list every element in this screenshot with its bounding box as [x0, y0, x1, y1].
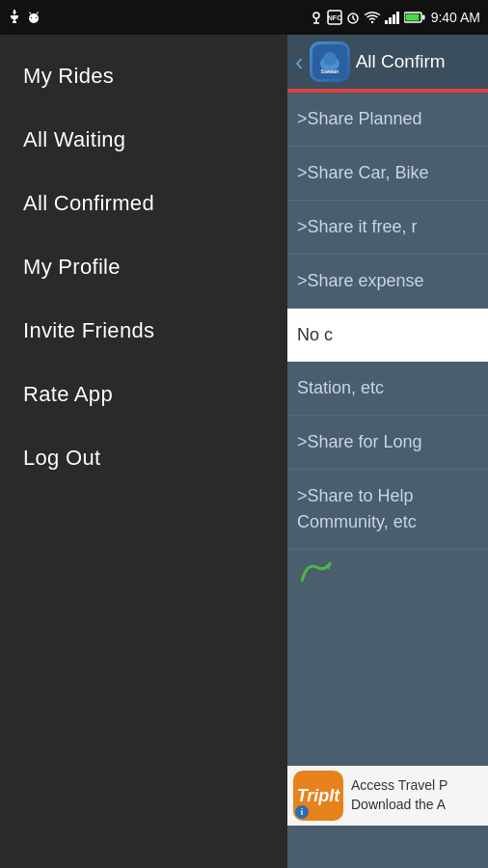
signal-icon — [385, 11, 400, 24]
battery-icon — [404, 12, 425, 23]
tripit-ad-icon: TripIt i — [293, 771, 343, 821]
svg-rect-18 — [422, 15, 425, 20]
svg-text:NFC: NFC — [327, 14, 340, 21]
svg-point-0 — [29, 14, 39, 23]
share-icon-partial — [297, 557, 336, 586]
slide-8: >Share to Help Community, etc — [287, 470, 488, 550]
android-icon — [27, 10, 41, 25]
status-bar: NFC 9:40 AM — [0, 0, 488, 35]
sidebar-item-all-waiting[interactable]: All Waiting — [0, 108, 287, 172]
svg-rect-14 — [389, 17, 392, 24]
tripit-icon-text: TripIt — [297, 786, 340, 806]
svg-line-12 — [353, 18, 355, 20]
sidebar-item-rate-app[interactable]: Rate App — [0, 363, 287, 426]
slide-5-text: No c — [297, 325, 333, 344]
time-display: 9:40 AM — [431, 10, 480, 25]
usb-icon — [8, 10, 21, 25]
ad-info-icon: i — [295, 805, 309, 819]
slide-6: Station, etc — [287, 362, 488, 416]
right-panel: ‹ Sawaari All Confirm >Share Planned — [287, 35, 488, 868]
right-panel-header: ‹ Sawaari All Confirm — [287, 35, 488, 89]
slide-5-white: No c — [287, 309, 488, 362]
status-left-icons — [8, 10, 41, 25]
svg-point-2 — [36, 17, 37, 18]
main-content: My Rides All Waiting All Confirmed My Pr… — [0, 35, 488, 868]
sidebar-item-my-rides[interactable]: My Rides — [0, 44, 287, 108]
wifi-icon — [364, 11, 381, 24]
svg-rect-15 — [393, 14, 395, 24]
alarm-icon — [346, 10, 360, 25]
ad-text-block: Access Travel P Download the A — [351, 776, 447, 814]
sidebar: My Rides All Waiting All Confirmed My Pr… — [0, 35, 287, 868]
svg-text:Sawaari: Sawaari — [320, 68, 339, 74]
svg-line-4 — [37, 13, 39, 14]
sidebar-item-invite-friends[interactable]: Invite Friends — [0, 299, 287, 363]
svg-rect-19 — [405, 14, 419, 21]
sidebar-item-log-out[interactable]: Log Out — [0, 426, 287, 490]
ad-banner[interactable]: TripIt i Access Travel P Download the A — [287, 766, 488, 826]
right-panel-title: All Confirm — [356, 51, 446, 72]
slide-4: >Share expense — [287, 255, 488, 309]
svg-point-22 — [323, 52, 337, 66]
svg-rect-13 — [385, 20, 388, 24]
sidebar-item-my-profile[interactable]: My Profile — [0, 235, 287, 299]
app-icon: Sawaari — [310, 41, 350, 82]
location-icon — [310, 10, 323, 25]
nfc-icon: NFC — [327, 10, 342, 25]
slide-1: >Share Planned — [287, 93, 488, 147]
slide-content: >Share Planned >Share Car, Bike >Share i… — [287, 89, 488, 868]
slide-7: >Share for Long — [287, 416, 488, 470]
svg-point-5 — [313, 13, 319, 18]
back-button[interactable]: ‹ — [295, 47, 304, 77]
svg-point-1 — [31, 17, 32, 18]
svg-rect-16 — [396, 12, 399, 24]
status-right-icons: NFC 9:40 AM — [310, 10, 480, 25]
app-icon-inner: Sawaari — [310, 41, 350, 82]
ad-line-2: Download the A — [351, 796, 447, 815]
slide-3: >Share it free, r — [287, 201, 488, 255]
svg-line-3 — [30, 13, 32, 14]
sidebar-item-all-confirmed[interactable]: All Confirmed — [0, 172, 287, 235]
slide-2: >Share Car, Bike — [287, 147, 488, 201]
ad-line-1: Access Travel P — [351, 776, 447, 796]
